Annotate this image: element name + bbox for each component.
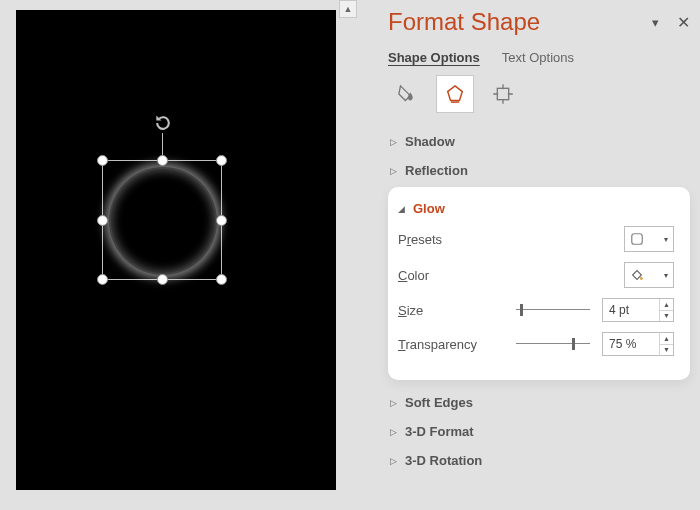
svg-rect-0 [497,88,508,99]
panel-title: Format Shape [388,8,540,36]
glow-size-label: Size [398,303,508,318]
size-properties-icon[interactable] [484,75,522,113]
chevron-right-icon: ▷ [390,398,397,408]
chevron-right-icon: ▷ [390,137,397,147]
resize-handle-tr[interactable] [216,155,227,166]
resize-handle-bm[interactable] [157,274,168,285]
selected-shape-bounds[interactable] [102,160,222,280]
chevron-down-icon: ▾ [664,235,668,244]
format-shape-panel: Format Shape ▾ ✕ Shape Options Text Opti… [370,0,700,510]
section-glow-expanded: ◢ Glow Presets ▾ Color ▾ Si [388,187,690,380]
glow-transparency-spinbox[interactable]: 75 % ▲ ▼ [602,332,674,356]
resize-handle-ml[interactable] [97,215,108,226]
chevron-right-icon: ▷ [390,166,397,176]
spin-up-icon[interactable]: ▲ [660,299,673,311]
section-3d-rotation[interactable]: ▷ 3-D Rotation [388,446,690,475]
resize-handle-bl[interactable] [97,274,108,285]
section-glow-header[interactable]: ◢ Glow [398,201,674,216]
spin-down-icon[interactable]: ▼ [660,311,673,322]
panel-menu-caret-icon[interactable]: ▾ [652,15,659,30]
svg-rect-1 [632,234,643,245]
tab-shape-options[interactable]: Shape Options [388,50,480,65]
section-label: 3-D Rotation [405,453,482,468]
section-label: Reflection [405,163,468,178]
chevron-right-icon: ▷ [390,427,397,437]
section-label: Glow [413,201,445,216]
resize-handle-mr[interactable] [216,215,227,226]
glow-circle-shape[interactable] [109,167,217,275]
section-shadow[interactable]: ▷ Shadow [388,127,690,156]
section-label: Shadow [405,134,455,149]
resize-handle-tl[interactable] [97,155,108,166]
scroll-up-button[interactable]: ▲ [339,0,357,18]
glow-color-label: Color [398,268,508,283]
effects-icon[interactable] [436,75,474,113]
section-soft-edges[interactable]: ▷ Soft Edges [388,388,690,417]
preset-none-icon [630,232,644,246]
glow-transparency-label: Transparency [398,337,508,352]
slide-canvas[interactable] [16,10,336,490]
glow-transparency-slider[interactable] [516,334,590,354]
fill-line-icon[interactable] [388,75,426,113]
close-icon[interactable]: ✕ [677,13,690,32]
glow-size-value[interactable]: 4 pt [603,299,659,321]
glow-transparency-value[interactable]: 75 % [603,333,659,355]
glow-size-spinbox[interactable]: 4 pt ▲ ▼ [602,298,674,322]
category-icons [388,75,690,113]
rotation-connector [162,133,163,155]
tab-text-options[interactable]: Text Options [502,50,574,65]
section-3d-format[interactable]: ▷ 3-D Format [388,417,690,446]
rotation-handle[interactable] [153,113,173,133]
glow-presets-dropdown[interactable]: ▾ [624,226,674,252]
glow-color-dropdown[interactable]: ▾ [624,262,674,288]
paint-bucket-icon [630,268,644,282]
resize-handle-tm[interactable] [157,155,168,166]
section-reflection[interactable]: ▷ Reflection [388,156,690,185]
glow-size-slider[interactable] [516,300,590,320]
glow-presets-label: Presets [398,232,508,247]
section-label: Soft Edges [405,395,473,410]
options-tabs: Shape Options Text Options [388,50,690,65]
spin-up-icon[interactable]: ▲ [660,333,673,345]
section-label: 3-D Format [405,424,474,439]
resize-handle-br[interactable] [216,274,227,285]
chevron-down-icon: ▾ [664,271,668,280]
chevron-down-icon: ◢ [398,204,405,214]
svg-point-2 [640,277,643,280]
chevron-right-icon: ▷ [390,456,397,466]
